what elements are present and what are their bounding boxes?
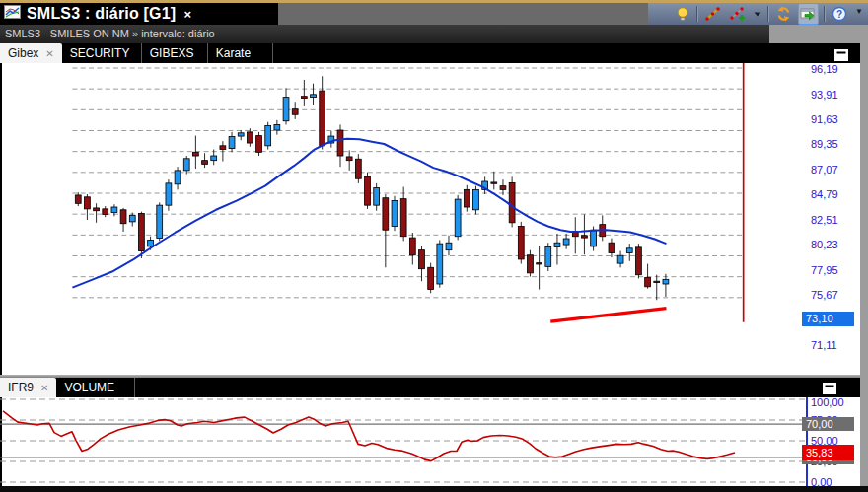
candle — [419, 246, 425, 281]
tab-label: GIBEXS — [150, 46, 194, 60]
candle — [301, 80, 307, 106]
candle — [636, 244, 642, 278]
candle — [518, 222, 524, 264]
candle — [626, 244, 632, 261]
apply-to-panel-button[interactable] — [798, 3, 819, 25]
help-icon[interactable]: ? — [831, 4, 848, 24]
candle — [365, 173, 371, 209]
candle — [337, 124, 343, 167]
candle — [383, 194, 389, 267]
price-axis-label: 82,51 — [811, 214, 856, 226]
chevron-down-icon[interactable] — [753, 4, 762, 24]
tab-ifr9[interactable]: IFR9 ✕ — [0, 378, 56, 397]
candle — [509, 176, 515, 227]
candle — [355, 154, 361, 183]
indicator-tab-bar: IFR9 ✕ VOLUME — [0, 378, 860, 397]
candle — [392, 196, 398, 231]
trend-line — [550, 309, 666, 321]
indicator-axis-label: 100,00 — [811, 396, 856, 408]
close-tab-icon[interactable]: ✕ — [40, 383, 48, 393]
price-axis-label: 80,23 — [811, 239, 856, 250]
candle — [554, 234, 560, 265]
candle — [374, 183, 380, 211]
rsi-chart[interactable] — [0, 397, 860, 486]
tab-volume[interactable]: VOLUME — [56, 378, 135, 397]
price-axis-label: 93,91 — [811, 89, 856, 101]
candle — [528, 250, 534, 277]
current-price-badge: 73,10 — [802, 312, 854, 326]
candle — [175, 167, 181, 189]
candlestick-chart[interactable] — [0, 63, 860, 375]
candle — [85, 194, 91, 220]
candle — [320, 76, 326, 149]
candle — [265, 122, 271, 150]
tab-label: IFR9 — [8, 381, 34, 394]
candle — [617, 251, 623, 268]
candle — [428, 263, 434, 294]
candle — [138, 212, 144, 258]
candle — [645, 264, 651, 289]
tab-karate[interactable]: Karate — [208, 43, 273, 63]
candle — [75, 192, 81, 206]
tab-label: Gibex — [8, 46, 38, 60]
candle — [400, 187, 406, 242]
toolbar-overflow-caret-icon[interactable]: ▼ — [855, 7, 863, 16]
candle — [256, 132, 262, 156]
restore-window-icon[interactable] — [834, 47, 848, 59]
chart-document-icon — [4, 5, 21, 23]
draw-trendline-add-icon[interactable] — [728, 4, 748, 24]
candle — [446, 236, 452, 255]
candle — [563, 234, 569, 249]
candle — [437, 240, 443, 287]
tab-security[interactable]: SECURITY — [62, 43, 142, 63]
candle — [311, 84, 317, 105]
candle — [409, 233, 415, 264]
indicator-axis-label: 0,00 — [811, 476, 856, 488]
candle — [229, 132, 235, 152]
candle — [654, 275, 660, 301]
window-bottom-border — [0, 486, 868, 492]
candle — [283, 88, 289, 124]
candle — [183, 156, 189, 175]
candle — [600, 215, 606, 241]
tab-gibex[interactable]: Gibex ✕ — [0, 43, 62, 63]
tab-label: Karate — [216, 46, 251, 60]
restore-window-icon[interactable] — [823, 381, 836, 392]
lightbulb-icon[interactable] — [674, 4, 691, 24]
candle — [663, 274, 669, 297]
chart-tab-bar: Gibex ✕ SECURITY GIBEXS Karate — [0, 43, 860, 63]
svg-text:?: ? — [836, 9, 842, 20]
candle — [192, 136, 198, 169]
candle — [292, 102, 298, 119]
candle — [129, 213, 135, 227]
draw-trendline-icon[interactable] — [703, 4, 723, 24]
price-axis-label: 91,63 — [811, 113, 856, 125]
document-title-area: SMLS3 : diário [G1] × — [0, 3, 278, 25]
current-rsi-badge: 35,83 — [802, 445, 854, 460]
rsi-line — [3, 411, 735, 461]
price-axis-label: 71,11 — [811, 339, 856, 351]
price-axis-label: 75,67 — [811, 289, 856, 301]
candle — [572, 217, 578, 253]
candle — [166, 179, 172, 211]
candle — [94, 203, 100, 222]
candle — [482, 176, 488, 194]
tab-gibexs[interactable]: GIBEXS — [142, 43, 208, 63]
candle — [328, 131, 334, 148]
price-axis-label: 87,07 — [811, 164, 856, 176]
candle — [202, 153, 208, 168]
candle — [545, 243, 551, 271]
tab-label: VOLUME — [64, 381, 114, 394]
candle — [537, 246, 542, 290]
close-tab-icon[interactable]: ✕ — [45, 48, 53, 59]
candle — [491, 172, 497, 190]
candle — [455, 195, 461, 240]
close-document-icon[interactable]: × — [183, 7, 191, 22]
candle — [473, 186, 479, 215]
candle — [238, 130, 244, 140]
candle — [120, 208, 126, 232]
candle — [464, 185, 470, 212]
title-bar: SMLS3 : diário [G1] × ? ▼ — [0, 3, 868, 25]
refresh-icon[interactable] — [774, 4, 793, 24]
toolbar: ? — [648, 3, 868, 25]
